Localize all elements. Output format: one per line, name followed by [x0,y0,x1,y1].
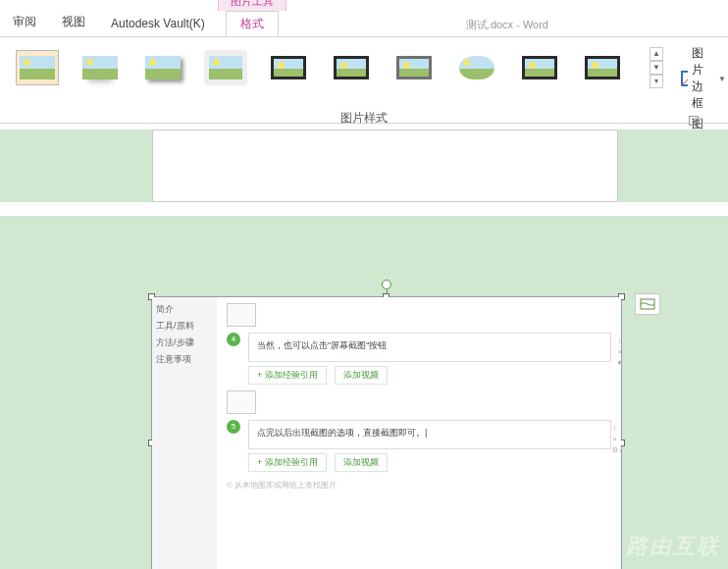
tab-vault[interactable]: Autodesk Vault(K) [98,10,218,36]
sidebar-item: 简介 [156,301,213,318]
style-thumb-7[interactable] [392,50,436,85]
add-reference-link: + 添加经验引用 [248,453,327,472]
style-thumb-1[interactable] [16,50,59,85]
add-video-link: 添加视频 [335,366,388,385]
style-thumb-9[interactable] [518,50,561,85]
sidebar-item: 方法/步骤 [156,335,213,351]
style-thumb-6[interactable] [330,50,373,85]
step-text: 当然，也可以点击"屏幕截图"按钮 ↕×♦ [248,333,611,362]
style-thumb-4[interactable] [204,50,247,85]
sidebar-item: 注意事项 [156,351,213,368]
dropdown-icon: ▼ [718,75,726,83]
picture-styles-gallery[interactable]: ▲ ▼ ▾ [4,43,667,88]
layout-options-icon [640,297,655,311]
gallery-scroll-down[interactable]: ▼ [650,61,663,75]
embed-sidebar: 简介 工具/原料 方法/步骤 注意事项 [152,297,217,569]
svg-rect-0 [682,72,688,85]
add-video-link: 添加视频 [335,453,388,472]
embedded-screenshot: 简介 工具/原料 方法/步骤 注意事项 4 当然，也可以点击"屏幕截图"按钮 ↕… [152,297,621,569]
rotate-handle[interactable] [382,280,391,289]
style-thumb-3[interactable] [141,50,184,85]
gallery-expand[interactable]: ▾ [650,75,663,88]
document-title: 测试.docx - Word [286,18,728,36]
style-thumb-10[interactable] [581,50,624,85]
picture-border-button[interactable]: 图片边框▼ [681,45,726,112]
contextual-tab-header: 图片工具 [218,0,286,11]
style-thumb-2[interactable] [78,50,122,85]
embed-thumbnail [227,303,256,327]
step-number: 5 [227,420,240,434]
style-thumb-5[interactable] [267,50,310,85]
step-number: 4 [227,333,240,346]
layout-options-button[interactable] [635,293,660,315]
tab-view[interactable]: 视图 [49,7,98,36]
document-canvas[interactable]: 简介 工具/原料 方法/步骤 注意事项 4 当然，也可以点击"屏幕截图"按钮 ↕… [0,129,728,569]
tab-review[interactable]: 审阅 [0,7,49,36]
previous-page [152,129,618,202]
style-thumb-8[interactable] [455,50,498,85]
picture-border-icon [681,71,688,86]
picture-border-label: 图片边框 [692,45,712,112]
sidebar-item: 工具/原料 [156,318,213,335]
ribbon-group-label: 图片样式 [340,110,388,127]
selected-image[interactable]: 简介 工具/原料 方法/步骤 注意事项 4 当然，也可以点击"屏幕截图"按钮 ↕… [151,296,622,569]
gallery-scroll-up[interactable]: ▲ [650,47,663,61]
tab-format[interactable]: 格式 [226,11,279,36]
add-reference-link: + 添加经验引用 [248,366,327,385]
dialog-launcher[interactable]: ↘ [689,116,699,126]
step-text: 点完以后出现截图的选项，直接截图即可。| ↕×B I [248,420,611,449]
embed-thumbnail [227,390,256,414]
embed-footer: © 从本地图库或网络上查找图片 [227,480,611,491]
